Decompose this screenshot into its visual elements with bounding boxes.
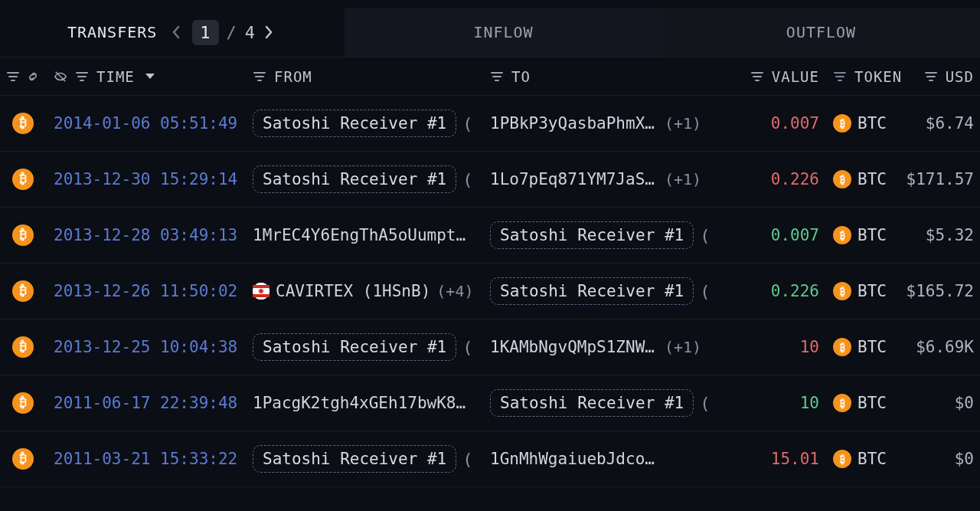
from-label[interactable]: CAVIRTEX (1HSnB) xyxy=(276,282,430,300)
btc-icon: ₿ xyxy=(833,114,851,133)
paസymbol: ( xyxy=(462,170,472,189)
row-token[interactable]: ₿BTC xyxy=(819,282,900,300)
entity-chip[interactable]: Satoshi Receiver #1 xyxy=(490,221,694,249)
entity-chip[interactable]: Satoshi Receiver #1 xyxy=(253,333,456,361)
header-controls xyxy=(6,70,54,84)
sort-desc-icon[interactable] xyxy=(145,74,155,79)
header-from[interactable]: FROM xyxy=(253,68,490,85)
paren: ( xyxy=(700,394,710,413)
row-token[interactable]: ₿BTC xyxy=(819,226,900,244)
tab-inflow-label: INFLOW xyxy=(473,23,533,41)
row-value: 0.226 xyxy=(746,170,819,188)
row-usd: $0 xyxy=(900,394,974,412)
token-name: BTC xyxy=(858,226,887,244)
btc-icon: ₿ xyxy=(12,224,34,246)
svg-rect-1 xyxy=(253,285,270,288)
table-row[interactable]: ₿2011-03-21 15:33:22Satoshi Receiver #1(… xyxy=(0,431,980,487)
row-time[interactable]: 2014-01-06 05:51:49 xyxy=(54,114,253,133)
entity-chip[interactable]: Satoshi Receiver #1 xyxy=(253,110,456,137)
paസymbol: ( xyxy=(462,114,472,133)
link-icon[interactable] xyxy=(26,70,40,84)
row-from[interactable]: Satoshi Receiver #1( xyxy=(253,165,490,193)
page-next-icon[interactable] xyxy=(263,25,277,40)
header-time[interactable]: TIME xyxy=(54,68,253,85)
row-token[interactable]: ₿BTC xyxy=(819,394,900,412)
address[interactable]: 1PBkP3yQasbaPhmXy… xyxy=(490,114,658,133)
row-time[interactable]: 2013-12-25 10:04:38 xyxy=(54,338,253,356)
row-time[interactable]: 2013-12-30 15:29:14 xyxy=(54,170,253,188)
address[interactable]: 1MrEC4Y6EngThA5oUumpt… xyxy=(253,226,466,244)
btc-icon: ₿ xyxy=(833,226,851,244)
address[interactable]: 1PacgK2tgh4xGEh17bwK8… xyxy=(253,394,466,412)
entity-chip[interactable]: Satoshi Receiver #1 xyxy=(490,389,694,417)
row-from[interactable]: CAVIRTEX (1HSnB)(+4) xyxy=(253,282,490,300)
row-to[interactable]: 1PBkP3yQasbaPhmXy…(+1) xyxy=(490,114,746,133)
row-to[interactable]: 1GnMhWgaiuebJdco69jFB… xyxy=(490,450,746,468)
header-usd[interactable]: USD xyxy=(900,68,974,85)
filter-lines-icon[interactable] xyxy=(833,70,847,84)
to-extra-count[interactable]: (+1) xyxy=(665,338,701,356)
to-extra-count[interactable]: (+1) xyxy=(665,114,701,133)
eye-off-icon[interactable] xyxy=(54,70,67,84)
row-token[interactable]: ₿BTC xyxy=(819,170,900,188)
address[interactable]: 1GnMhWgaiuebJdco69jFB… xyxy=(490,450,658,468)
row-coin-icon: ₿ xyxy=(6,113,54,134)
row-token[interactable]: ₿BTC xyxy=(819,114,900,133)
row-time[interactable]: 2011-06-17 22:39:48 xyxy=(54,394,253,412)
row-from[interactable]: Satoshi Receiver #1( xyxy=(253,110,490,137)
table-row[interactable]: ₿2011-06-17 22:39:481PacgK2tgh4xGEh17bwK… xyxy=(0,375,980,431)
row-to[interactable]: 1KAMbNgvQMpS1ZNW8…(+1) xyxy=(490,338,746,356)
entity-chip[interactable]: Satoshi Receiver #1 xyxy=(253,445,456,473)
filter-icon[interactable] xyxy=(6,70,20,84)
page-prev-icon[interactable] xyxy=(171,25,185,40)
from-extra-count[interactable]: (+4) xyxy=(436,282,473,300)
tab-transfers-label: TRANSFERS xyxy=(67,23,157,41)
row-token[interactable]: ₿BTC xyxy=(819,450,900,468)
row-time[interactable]: 2011-03-21 15:33:22 xyxy=(54,450,253,468)
address[interactable]: 1KAMbNgvQMpS1ZNW8… xyxy=(490,338,658,356)
table-row[interactable]: ₿2013-12-28 03:49:131MrEC4Y6EngThA5oUump… xyxy=(0,208,980,264)
filter-lines-icon[interactable] xyxy=(924,70,938,84)
btc-icon: ₿ xyxy=(833,282,851,300)
btc-icon: ₿ xyxy=(833,170,851,188)
tab-transfers[interactable]: TRANSFERS 1 / 4 xyxy=(0,8,345,57)
row-to[interactable]: Satoshi Receiver #1( xyxy=(490,221,746,249)
token-name: BTC xyxy=(858,394,887,412)
token-name: BTC xyxy=(858,338,887,356)
tab-outflow[interactable]: OUTFLOW xyxy=(662,8,980,57)
row-time[interactable]: 2013-12-26 11:50:02 xyxy=(54,282,253,300)
row-to[interactable]: Satoshi Receiver #1( xyxy=(490,277,746,305)
tabs-bar: TRANSFERS 1 / 4 INFLOW OUTFLOW xyxy=(0,8,980,57)
btc-icon: ₿ xyxy=(12,336,34,358)
row-from[interactable]: Satoshi Receiver #1( xyxy=(253,445,490,473)
row-from[interactable]: 1PacgK2tgh4xGEh17bwK8… xyxy=(253,394,490,412)
entity-chip[interactable]: Satoshi Receiver #1 xyxy=(490,277,694,305)
row-to[interactable]: Satoshi Receiver #1( xyxy=(490,389,746,417)
row-usd: $0 xyxy=(900,450,974,468)
header-to[interactable]: TO xyxy=(490,68,746,85)
row-from[interactable]: 1MrEC4Y6EngThA5oUumpt… xyxy=(253,226,490,244)
row-token[interactable]: ₿BTC xyxy=(819,338,900,356)
row-time[interactable]: 2013-12-28 03:49:13 xyxy=(54,226,253,244)
table-row[interactable]: ₿2013-12-30 15:29:14Satoshi Receiver #1(… xyxy=(0,152,980,208)
row-from[interactable]: Satoshi Receiver #1( xyxy=(253,333,490,361)
entity-chip[interactable]: Satoshi Receiver #1 xyxy=(253,165,456,193)
row-usd: $171.57 xyxy=(900,170,974,188)
btc-icon: ₿ xyxy=(833,450,851,468)
filter-lines-icon[interactable] xyxy=(75,70,89,84)
filter-lines-icon[interactable] xyxy=(490,70,504,84)
header-usd-label: USD xyxy=(946,68,974,85)
header-value[interactable]: VALUE xyxy=(746,68,819,85)
page-current: 1 xyxy=(192,20,218,45)
header-token[interactable]: TOKEN xyxy=(819,68,900,85)
filter-lines-icon[interactable] xyxy=(750,70,764,84)
table-row[interactable]: ₿2014-01-06 05:51:49Satoshi Receiver #1(… xyxy=(0,96,980,152)
tab-inflow[interactable]: INFLOW xyxy=(345,8,662,57)
address[interactable]: 1Lo7pEq871YM7JaSW… xyxy=(490,170,658,188)
filter-lines-icon[interactable] xyxy=(253,70,266,84)
table-row[interactable]: ₿2013-12-25 10:04:38Satoshi Receiver #1(… xyxy=(0,319,980,375)
row-coin-icon: ₿ xyxy=(6,336,54,358)
row-to[interactable]: 1Lo7pEq871YM7JaSW…(+1) xyxy=(490,170,746,188)
table-row[interactable]: ₿2013-12-26 11:50:02CAVIRTEX (1HSnB)(+4)… xyxy=(0,264,980,319)
to-extra-count[interactable]: (+1) xyxy=(665,170,701,188)
